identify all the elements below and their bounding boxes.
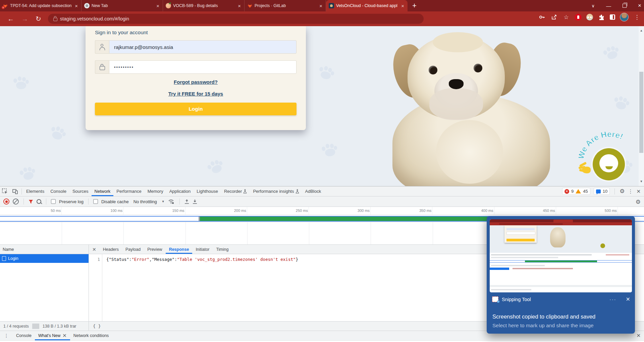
- scroll-down-icon[interactable]: ▼: [639, 180, 643, 183]
- throttling-select[interactable]: No throttling: [133, 199, 157, 204]
- notification-close-icon[interactable]: ✕: [626, 296, 630, 302]
- import-har-icon[interactable]: [184, 199, 189, 204]
- tab-close-icon[interactable]: ×: [400, 3, 405, 9]
- menu-dots-icon[interactable]: ⋮: [633, 13, 641, 21]
- search-network-icon[interactable]: [37, 199, 41, 204]
- tab-bug-details[interactable]: VOCB-589 - Bug details ×: [163, 0, 245, 11]
- restore-button[interactable]: [623, 4, 627, 8]
- devtools-menu-icon[interactable]: ⋮: [628, 188, 633, 194]
- inspect-element-icon[interactable]: [2, 188, 8, 194]
- devtools-tab-application[interactable]: Application: [166, 186, 194, 196]
- tab-vetsoncloud-active[interactable]: VetsOnCloud - Cloud-based appl ×: [326, 0, 408, 11]
- device-toolbar-icon[interactable]: [12, 188, 18, 194]
- detail-tab-payload[interactable]: Payload: [122, 245, 144, 254]
- tab-gitlab-projects[interactable]: Projects · GitLab ×: [245, 0, 326, 11]
- messages-badge[interactable]: 10: [594, 188, 610, 195]
- url-text[interactable]: staging.vetsoncloud.com/#/login: [60, 16, 129, 21]
- reload-button-icon[interactable]: ↻: [36, 15, 41, 23]
- devtools-tab-recorder[interactable]: Recorder: [221, 186, 250, 196]
- toolbar-extensions: ☆ ⋮: [538, 13, 641, 21]
- devtools-settings-gear-icon[interactable]: ⚙: [620, 188, 625, 195]
- flask-icon: [243, 189, 247, 193]
- devtools-tab-memory[interactable]: Memory: [145, 186, 166, 196]
- avatar-extension-icon[interactable]: [586, 14, 593, 20]
- devtools-tab-bar: Elements Console Sources Network Perform…: [0, 186, 644, 196]
- detail-tab-timing[interactable]: Timing: [213, 245, 232, 254]
- share-icon[interactable]: [550, 13, 558, 21]
- devtools-tab-sources[interactable]: Sources: [69, 186, 92, 196]
- detail-tab-preview[interactable]: Preview: [144, 245, 165, 254]
- new-tab-button[interactable]: +: [412, 1, 417, 10]
- email-input[interactable]: rajkumar.p@osmosys.asia: [109, 40, 297, 54]
- drawer-tab-network-conditions[interactable]: Network conditions: [70, 331, 112, 340]
- close-drawer-tab-icon[interactable]: ✕: [62, 333, 67, 339]
- notification-app-name: Snipping Tool: [502, 297, 531, 302]
- detail-tab-headers[interactable]: Headers: [100, 245, 122, 254]
- devtools-tab-lighthouse[interactable]: Lighthouse: [194, 186, 221, 196]
- adblock-extension-icon[interactable]: [575, 14, 582, 21]
- export-har-icon[interactable]: [193, 199, 197, 204]
- profile-avatar[interactable]: [620, 13, 629, 21]
- network-conditions-icon[interactable]: [168, 199, 175, 204]
- password-input[interactable]: •••••••••: [109, 60, 297, 74]
- drawer-tab-whats-new[interactable]: What's New ✕: [35, 331, 70, 340]
- notification-more-icon[interactable]: ···: [609, 297, 616, 302]
- detail-tab-initiator[interactable]: Initiator: [192, 245, 213, 254]
- lock-icon[interactable]: [53, 18, 57, 21]
- password-field[interactable]: •••••••••: [95, 60, 297, 74]
- forward-button-icon[interactable]: →: [21, 15, 28, 23]
- tab-search-chevron-icon[interactable]: ∨: [592, 3, 595, 8]
- devtools-tab-performance[interactable]: Performance: [113, 186, 144, 196]
- screenshot-thumbnail[interactable]: [490, 219, 632, 292]
- drawer-menu-icon[interactable]: ⋮: [0, 333, 13, 338]
- page-scrollbar[interactable]: ▲ ▼: [639, 26, 644, 186]
- back-button-icon[interactable]: ←: [7, 15, 14, 23]
- network-settings-gear-icon[interactable]: ⚙: [636, 198, 641, 206]
- tab-gitlab-issue[interactable]: × TPDT-54: Add update subsection ×: [0, 0, 82, 11]
- close-detail-icon[interactable]: ✕: [89, 247, 100, 252]
- detail-tab-response[interactable]: Response: [166, 245, 193, 254]
- filter-icon[interactable]: [29, 199, 33, 204]
- email-field[interactable]: rajkumar.p@osmosys.asia: [95, 40, 297, 54]
- minimize-button[interactable]: —: [606, 3, 611, 9]
- drawer-tab-console[interactable]: Console: [13, 331, 35, 340]
- drawer-close-icon[interactable]: ✕: [636, 333, 641, 339]
- chat-widget[interactable]: We Are Here!: [579, 131, 639, 186]
- address-bar[interactable]: staging.vetsoncloud.com/#/login: [48, 14, 424, 24]
- tab-close-icon[interactable]: ×: [319, 3, 323, 9]
- free-trial-link[interactable]: Try it FREE for 15 days: [86, 91, 306, 97]
- tab-close-icon[interactable]: ×: [237, 3, 241, 9]
- devtools-tab-performance-insights[interactable]: Performance insights: [250, 186, 302, 196]
- bookmark-star-icon[interactable]: ☆: [562, 13, 570, 21]
- request-row-login[interactable]: Login: [0, 254, 89, 263]
- devtools-close-icon[interactable]: ✕: [636, 188, 641, 194]
- disable-cache-checkbox[interactable]: [93, 199, 98, 204]
- tab-close-icon[interactable]: ×: [74, 3, 78, 9]
- password-key-icon[interactable]: [538, 13, 546, 21]
- clear-network-log-icon[interactable]: [13, 198, 19, 205]
- extensions-puzzle-icon[interactable]: [598, 13, 605, 21]
- format-response-button[interactable]: { }: [89, 324, 101, 329]
- dog-eye: [474, 64, 482, 72]
- sidebar-panel-icon[interactable]: [610, 14, 615, 20]
- devtools-tab-network[interactable]: Network: [92, 186, 114, 196]
- forgot-password-link[interactable]: Forgot password?: [86, 79, 306, 85]
- devtools-tab-adblock[interactable]: AdBlock: [302, 186, 324, 196]
- login-button[interactable]: Login: [95, 103, 297, 115]
- tab-close-icon[interactable]: ×: [156, 3, 160, 9]
- paw-print: [602, 44, 621, 61]
- chat-bubble-button[interactable]: [593, 148, 625, 180]
- snipping-tool-notification[interactable]: Snipping Tool ··· ✕ Screenshot copied to…: [487, 216, 635, 334]
- scroll-up-icon[interactable]: ▲: [639, 29, 643, 32]
- name-column-header[interactable]: Name: [0, 245, 89, 254]
- tick-label: 450 ms: [494, 207, 556, 215]
- console-issues-badges[interactable]: ✕ 9 45: [562, 188, 590, 195]
- close-window-button[interactable]: ×: [638, 2, 641, 9]
- notification-subtitle[interactable]: Select here to mark up and share the ima…: [492, 323, 594, 329]
- scrollbar-thumb[interactable]: [639, 72, 643, 153]
- tab-new-tab[interactable]: New Tab ×: [82, 0, 163, 11]
- devtools-tab-console[interactable]: Console: [47, 186, 69, 196]
- preserve-log-checkbox[interactable]: [51, 199, 56, 204]
- devtools-tab-elements[interactable]: Elements: [23, 186, 47, 196]
- record-network-log-icon[interactable]: [3, 198, 9, 205]
